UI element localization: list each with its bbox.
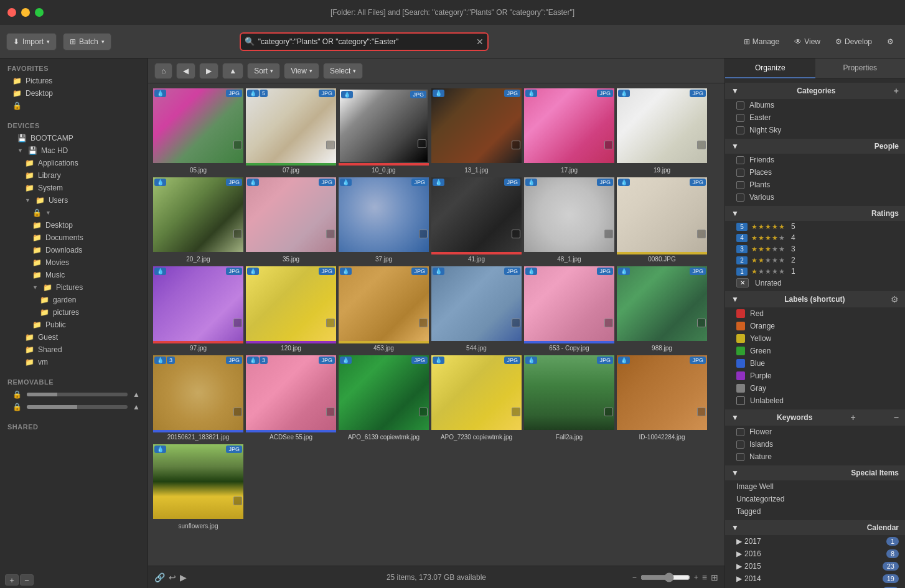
category-nightsky[interactable]: Night Sky [725, 124, 905, 136]
photo-checkbox[interactable] [233, 141, 242, 149]
category-easter[interactable]: Easter [725, 111, 905, 124]
people-places[interactable]: Places [725, 166, 905, 179]
ratings-header[interactable]: ▼ Ratings [725, 206, 905, 221]
people-checkbox[interactable] [736, 181, 744, 189]
sidebar-item-user-desktop[interactable]: 📁 Desktop [0, 219, 148, 231]
category-checkbox[interactable] [736, 126, 744, 134]
tab-organize[interactable]: Organize [725, 58, 815, 78]
photo-checkbox[interactable] [697, 230, 706, 238]
label-orange[interactable]: Orange [725, 320, 905, 332]
photo-checkbox[interactable] [604, 408, 613, 416]
photo-cell-20150621[interactable]: 💧 3 JPG 20150621_183821.jpg [153, 355, 243, 442]
photo-cell-13[interactable]: 💧 JPG 13_1.jpg [431, 88, 522, 175]
category-albums[interactable]: Albums [725, 99, 905, 111]
label-red[interactable]: Red [725, 307, 905, 320]
rating-3[interactable]: 3 ★★★★★ 3 [725, 243, 905, 254]
people-header[interactable]: ▼ People [725, 139, 905, 154]
photo-cell-988[interactable]: 💧 JPG 988.jpg [617, 266, 707, 353]
sidebar-item-downloads[interactable]: 📁 Downloads [0, 244, 148, 256]
home-button[interactable]: ⌂ [154, 63, 172, 79]
sidebar-item-public[interactable]: 📁 Public [0, 319, 148, 331]
sidebar-item-garden[interactable]: 📁 garden [0, 294, 148, 306]
sort-button[interactable]: Sort ▾ [247, 63, 280, 79]
photo-cell-apo7230[interactable]: 💧 JPG APO_7230 copiewtmk.jpg [431, 355, 522, 442]
sidebar-item-system[interactable]: 📁 System [0, 182, 148, 194]
manage-button[interactable]: ⊞ Manage [739, 35, 784, 49]
view-button[interactable]: 👁 View [789, 35, 825, 49]
sidebar-item-user-icon[interactable]: 🔒 ▼ [0, 207, 148, 219]
close-button[interactable] [7, 8, 16, 17]
zoom-slider[interactable] [640, 572, 690, 582]
batch-button[interactable]: ⊞ Batch ▾ [63, 33, 111, 50]
photo-cell-20[interactable]: 💧 JPG 20_2.jpg [153, 177, 243, 264]
sidebar-item-applications[interactable]: 📁 Applications [0, 157, 148, 169]
calendar-header[interactable]: ▼ Calendar [725, 520, 905, 535]
remove-keyword-button[interactable]: − [894, 413, 899, 422]
photo-checkbox[interactable] [604, 230, 613, 238]
add-category-button[interactable]: + [894, 86, 899, 96]
photo-checkbox[interactable] [512, 141, 520, 149]
calendar-2015[interactable]: ▶ 2015 23 [725, 560, 905, 572]
maximize-button[interactable] [35, 8, 44, 17]
label-yellow[interactable]: Yellow [725, 332, 905, 345]
photo-checkbox[interactable] [697, 141, 706, 149]
sidebar-item-movies[interactable]: 📁 Movies [0, 256, 148, 269]
up-button[interactable]: ▲ [222, 63, 243, 79]
label-blue[interactable]: Blue [725, 357, 905, 370]
calendar-2016[interactable]: ▶ 2016 8 [725, 548, 905, 560]
sidebar-item-pictures[interactable]: 📁 Pictures [0, 75, 148, 87]
photo-cell-41[interactable]: 💧 JPG 41.jpg [431, 177, 522, 264]
photo-cell-120[interactable]: 💧 JPG 120.jpg [246, 266, 336, 353]
minimize-button[interactable] [21, 8, 30, 17]
photo-cell-sunflowers[interactable]: 💧 JPG sunflowers.jpg [153, 444, 243, 531]
photo-cell-17[interactable]: 💧 JPG 17.jpg [524, 88, 614, 175]
back-button[interactable]: ◀ [176, 63, 195, 79]
special-items-header[interactable]: ▼ Special Items [725, 465, 905, 480]
photo-cell-544[interactable]: 💧 JPG 544.jpg [431, 266, 522, 353]
rating-4[interactable]: 4 ★★★★★ 4 [725, 232, 905, 243]
sidebar-item-library[interactable]: 📁 Library [0, 169, 148, 182]
category-checkbox[interactable] [736, 114, 744, 122]
photo-cell-07[interactable]: 💧 5 JPG 07.jpg [246, 88, 336, 175]
special-tagged[interactable]: Tagged [725, 505, 905, 518]
select-button[interactable]: Select ▾ [323, 63, 363, 79]
sidebar-item-documents[interactable]: 📁 Documents [0, 231, 148, 244]
calendar-2013[interactable]: ▶ 2013 25 [725, 585, 905, 588]
sidebar-item-guest[interactable]: 📁 Guest [0, 331, 148, 343]
photo-checkbox[interactable] [604, 141, 613, 149]
sidebar-item-music[interactable]: 📁 Music [0, 269, 148, 281]
settings-button[interactable]: ⚙ [882, 35, 899, 49]
labels-header[interactable]: ▼ Labels (shortcut) ⚙ [725, 291, 905, 307]
calendar-2017[interactable]: ▶ 2017 1 [725, 535, 905, 548]
photo-checkbox[interactable] [604, 319, 613, 327]
people-plants[interactable]: Plants [725, 179, 905, 191]
sidebar-item-pictures-user[interactable]: ▼ 📁 Pictures [0, 281, 148, 294]
photo-checkbox[interactable] [512, 230, 520, 238]
photo-checkbox[interactable] [233, 497, 242, 505]
photo-cell-10[interactable]: 💧 JPG 10_0.jpg [339, 88, 429, 175]
photo-cell-0080[interactable]: 💧 JPG 0080.JPG [617, 177, 707, 264]
photo-checkbox[interactable] [326, 319, 335, 327]
search-clear-button[interactable]: ✕ [476, 37, 484, 47]
photo-checkbox[interactable] [419, 230, 428, 238]
people-various[interactable]: Various [725, 191, 905, 203]
photo-checkbox[interactable] [233, 319, 242, 327]
sidebar-item-shared[interactable]: 📁 Shared [0, 343, 148, 356]
photo-checkbox[interactable] [697, 319, 706, 327]
grid-view-button[interactable]: ⊞ [711, 572, 718, 582]
sidebar-item-fav-3[interactable]: 🔒 [0, 100, 148, 112]
view-mode-button[interactable]: View ▾ [284, 63, 319, 79]
photo-cell-453[interactable]: 💧 JPG 453.jpg [339, 266, 429, 353]
search-input[interactable] [240, 32, 489, 51]
photo-checkbox[interactable] [326, 230, 335, 238]
special-image-well[interactable]: Image Well [725, 480, 905, 493]
photo-checkbox[interactable] [512, 319, 520, 327]
keyword-nature[interactable]: Nature [725, 450, 905, 463]
photo-checkbox[interactable] [697, 408, 706, 416]
sidebar-item-desktop[interactable]: 📁 Desktop [0, 87, 148, 100]
sidebar-add-button[interactable]: + [5, 574, 19, 586]
photo-checkbox[interactable] [326, 408, 335, 416]
photo-checkbox[interactable] [233, 408, 242, 416]
category-checkbox[interactable] [736, 101, 744, 110]
rating-2[interactable]: 2 ★★★★★ 2 [725, 254, 905, 266]
